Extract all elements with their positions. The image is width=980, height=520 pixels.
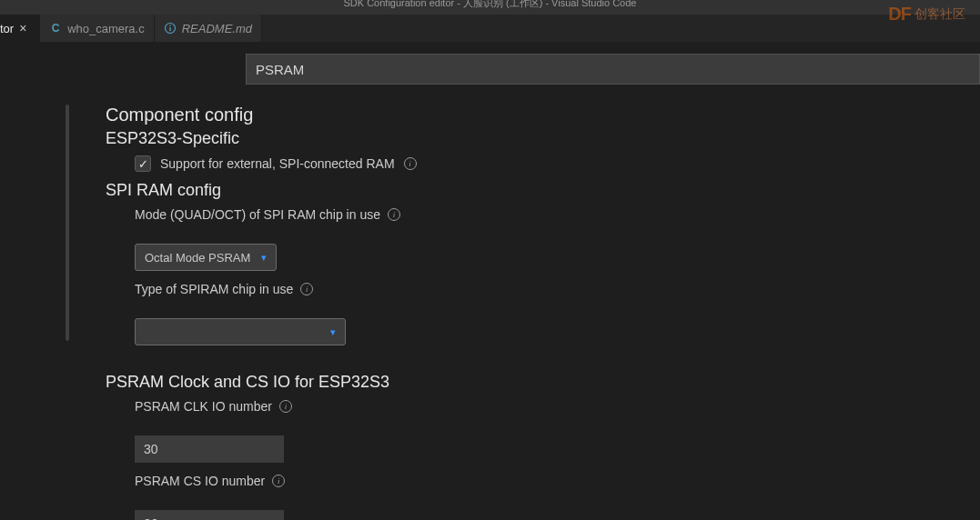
config-body: Component config ESP32S3-Specific ✓ Supp… (66, 105, 962, 520)
tab-label: README.md (182, 22, 252, 35)
label-cs-io: PSRAM CS IO number (135, 474, 265, 488)
section-indicator (66, 105, 69, 341)
dropdown-mode[interactable]: Octal Mode PSRAM ▾ (135, 244, 277, 271)
svg-rect-2 (169, 25, 170, 26)
info-icon[interactable]: i (279, 400, 292, 413)
info-icon[interactable]: i (404, 157, 417, 170)
tab-sdk-config[interactable]: tor × (0, 15, 40, 42)
config-content: Component config ESP32S3-Specific ✓ Supp… (106, 105, 962, 520)
section-component-config: Component config (106, 105, 962, 125)
label-ext-ram: Support for external, SPI-connected RAM (160, 156, 395, 171)
svg-rect-1 (169, 27, 170, 31)
title-bar: SDK Configuration editor - 人脸识别 (工作区) - … (0, 0, 980, 15)
info-icon[interactable]: i (300, 283, 313, 295)
row-cs-label: PSRAM CS IO number i (135, 474, 962, 488)
search-wrap (246, 54, 980, 85)
row-clk-label: PSRAM CLK IO number i (135, 399, 962, 414)
tab-who-camera[interactable]: C who_camera.c (40, 15, 155, 42)
label-clk-io: PSRAM CLK IO number (135, 399, 272, 414)
dropdown-type[interactable]: ▾ (135, 318, 346, 345)
section-spi-ram: SPI RAM config (106, 181, 962, 200)
dropdown-value: Octal Mode PSRAM (145, 251, 250, 265)
info-icon[interactable]: i (272, 475, 285, 487)
checkbox-ext-ram[interactable]: ✓ (135, 155, 151, 172)
row-type-label: Type of SPIRAM chip in use i (135, 282, 962, 296)
search-input[interactable] (246, 54, 980, 85)
info-icon[interactable]: i (388, 208, 400, 221)
section-psram-io: PSRAM Clock and CS IO for ESP32S3 (106, 373, 962, 392)
tab-readme[interactable]: README.md (155, 15, 262, 42)
input-clk-io[interactable] (135, 435, 284, 463)
label-mode: Mode (QUAD/OCT) of SPI RAM chip in use (135, 207, 380, 222)
window-title: SDK Configuration editor - 人脸识别 (工作区) - … (344, 0, 637, 10)
section-esp32s3: ESP32S3-Specific (106, 129, 962, 148)
close-icon[interactable]: × (19, 22, 32, 35)
input-cs-io[interactable] (135, 510, 284, 520)
info-file-icon (164, 22, 177, 35)
tab-bar: tor × C who_camera.c README.md (0, 15, 980, 43)
label-type: Type of SPIRAM chip in use (135, 282, 293, 296)
chevron-down-icon: ▾ (261, 252, 267, 264)
c-file-icon: C (49, 22, 62, 35)
editor-area: Component config ESP32S3-Specific ✓ Supp… (0, 43, 980, 520)
chevron-down-icon: ▾ (330, 326, 336, 338)
tab-label: tor (0, 22, 14, 35)
row-ext-ram: ✓ Support for external, SPI-connected RA… (135, 155, 962, 172)
tab-label: who_camera.c (67, 22, 145, 35)
row-mode-label: Mode (QUAD/OCT) of SPI RAM chip in use i (135, 207, 962, 222)
